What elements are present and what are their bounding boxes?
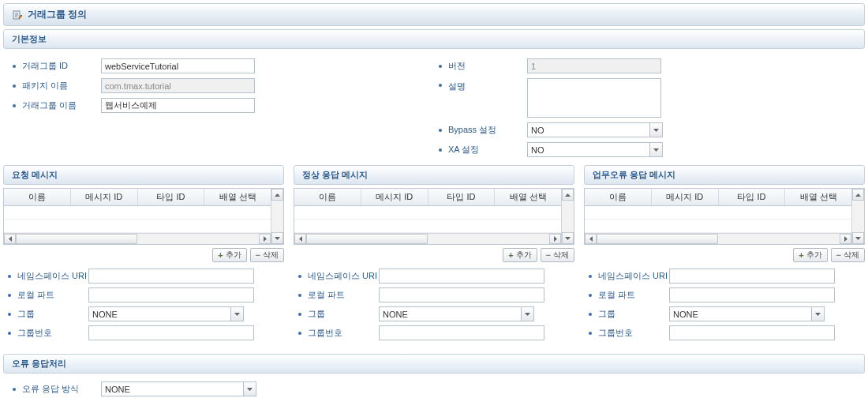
svg-marker-7 [234,313,240,316]
col-array-select[interactable]: 배열 선택 [785,189,851,205]
col-name[interactable]: 이름 [294,189,361,205]
scroll-left-icon[interactable] [294,234,306,244]
plus-icon: + [508,250,513,260]
biz-error-header: 업무오류 응답 메시지 [584,165,865,185]
normal-localpart-input[interactable] [379,287,544,302]
scroll-up-icon[interactable] [852,189,864,201]
normal-groupno-input[interactable] [379,325,544,340]
scroll-down-icon[interactable] [562,232,574,244]
group-value: NONE [670,310,811,319]
biz-error-column: 업무오류 응답 메시지 이름 메시지 ID 타입 ID 배열 선택 [584,165,865,344]
col-name[interactable]: 이름 [4,189,71,205]
bullet-icon [439,65,442,68]
group-label: 그룹 [598,308,669,320]
normal-delete-button[interactable]: −삭제 [541,248,574,262]
bullet-icon [298,313,301,316]
plus-icon: + [218,250,223,260]
xa-label: XA 설정 [448,144,527,156]
scroll-up-icon[interactable] [562,189,574,201]
scroll-up-icon[interactable] [271,189,283,201]
col-type-id[interactable]: 타입 ID [428,189,496,205]
error-method-select[interactable]: NONE [101,381,256,396]
normal-namespace-input[interactable] [379,269,544,284]
col-msg-id[interactable]: 메시지 ID [361,189,428,205]
normal-grid-body[interactable] [294,206,561,233]
bizerr-add-button[interactable]: +추가 [793,248,827,262]
delete-label: 삭제 [844,250,859,261]
namespace-label: 네임스페이스 URI [598,270,669,282]
error-method-label: 오류 응답 방식 [22,383,101,395]
bizerr-hscroll[interactable] [585,233,851,244]
scroll-thumb[interactable] [16,234,137,244]
bizerr-groupno-input[interactable] [669,325,835,340]
svg-marker-12 [525,313,530,316]
xa-select[interactable]: NO [527,142,663,157]
col-msg-id[interactable]: 메시지 ID [71,189,138,205]
bizerr-vscroll[interactable] [851,189,864,244]
description-textarea[interactable] [527,78,661,118]
add-label: 추가 [516,250,532,261]
scroll-right-icon[interactable] [549,234,561,244]
bizerr-grid-body[interactable] [585,206,851,233]
col-type-id[interactable]: 타입 ID [719,189,786,205]
request-groupno-input[interactable] [88,325,254,340]
svg-marker-6 [275,237,280,240]
normal-group-select[interactable]: NONE [379,306,534,321]
error-method-value: NONE [102,385,243,394]
bypass-select[interactable]: NO [527,122,663,137]
svg-marker-9 [554,236,557,242]
svg-marker-13 [589,236,593,242]
svg-marker-4 [264,236,267,242]
bizerr-grid: 이름 메시지 ID 타입 ID 배열 선택 [584,188,865,245]
request-group-select[interactable]: NONE [88,306,244,321]
package-name-input [101,78,255,93]
minus-icon: − [256,250,260,260]
bullet-icon [589,294,592,297]
col-array-select[interactable]: 배열 선택 [204,189,271,205]
col-array-select[interactable]: 배열 선택 [495,189,561,205]
col-type-id[interactable]: 타입 ID [138,189,205,205]
scroll-down-icon[interactable] [271,232,283,244]
bizerr-localpart-input[interactable] [669,287,835,302]
normal-vscroll[interactable] [561,189,574,244]
normal-response-header: 정상 응답 메시지 [294,165,574,185]
scroll-thumb[interactable] [306,234,428,244]
request-delete-button[interactable]: −삭제 [250,248,284,262]
trade-group-id-input[interactable] [101,58,255,73]
groupno-label: 그룹번호 [598,327,669,339]
request-hscroll[interactable] [4,233,271,244]
request-namespace-input[interactable] [88,269,254,284]
scroll-left-icon[interactable] [585,234,597,244]
normal-hscroll[interactable] [294,233,561,244]
minus-icon: − [836,250,841,260]
scroll-down-icon[interactable] [852,232,864,244]
normal-add-button[interactable]: +추가 [503,248,537,262]
chevron-down-icon [521,307,533,321]
bullet-icon [8,313,11,316]
message-sections: 요청 메시지 이름 메시지 ID 타입 ID 배열 선택 [0,165,868,344]
chevron-down-icon [811,307,824,321]
col-name[interactable]: 이름 [585,189,652,205]
bullet-icon [439,148,442,152]
svg-marker-10 [565,193,571,197]
bypass-label: Bypass 설정 [448,124,527,136]
scroll-right-icon[interactable] [840,234,851,244]
bizerr-delete-button[interactable]: −삭제 [831,248,865,262]
scroll-left-icon[interactable] [4,234,16,244]
col-msg-id[interactable]: 메시지 ID [652,189,719,205]
trade-group-name-input[interactable] [101,98,255,113]
groupno-label: 그룹번호 [308,327,379,339]
chevron-down-icon [649,143,662,156]
scroll-right-icon[interactable] [259,234,271,244]
request-localpart-input[interactable] [88,287,254,302]
request-grid-body[interactable] [4,206,271,233]
normal-response-column: 정상 응답 메시지 이름 메시지 ID 타입 ID 배열 선택 [294,165,574,344]
request-column: 요청 메시지 이름 메시지 ID 타입 ID 배열 선택 [3,165,284,344]
request-vscroll[interactable] [271,189,283,244]
bizerr-namespace-input[interactable] [669,269,835,284]
bullet-icon [13,104,16,107]
bizerr-group-select[interactable]: NONE [669,306,825,321]
scroll-thumb[interactable] [597,234,718,244]
request-add-button[interactable]: +추가 [212,248,246,262]
normal-grid: 이름 메시지 ID 타입 ID 배열 선택 [294,188,574,245]
